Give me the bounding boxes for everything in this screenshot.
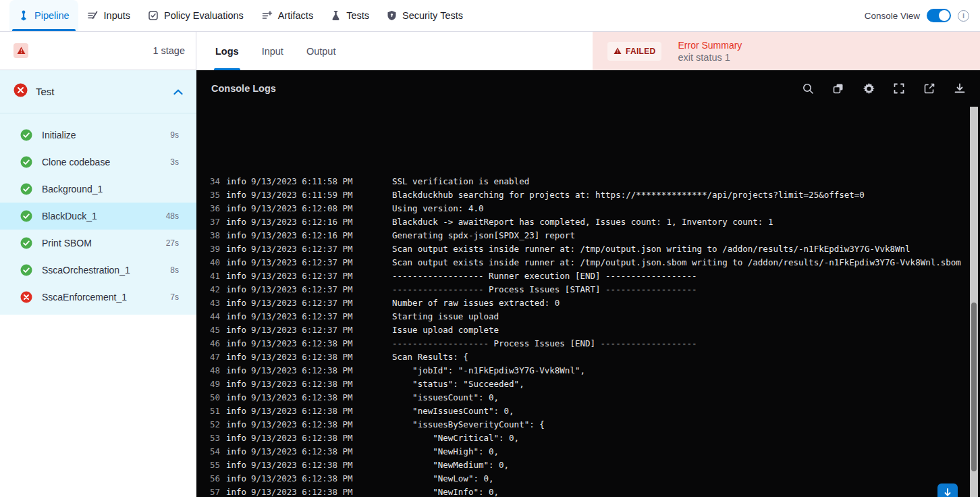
log-lines: 34 info 9/13/2023 6:11:58 PM SSL verific… (196, 177, 970, 497)
log-message: Generating spdx-json[SPDX_23] report (392, 230, 575, 240)
open-in-new-icon[interactable] (923, 82, 936, 95)
chevron-up-icon[interactable] (173, 86, 183, 98)
log-timestamp: 9/13/2023 6:12:38 PM (251, 446, 392, 456)
log-level: info (226, 230, 251, 240)
tab-policy-evaluations[interactable]: Policy Evaluations (139, 0, 252, 31)
scroll-to-bottom-button[interactable] (937, 483, 958, 497)
log-timestamp: 9/13/2023 6:12:38 PM (251, 338, 392, 348)
flask-icon (331, 10, 341, 21)
console-scrollbar-track[interactable] (970, 107, 978, 497)
console-scrollbar-thumb[interactable] (971, 303, 977, 471)
log-level: info (226, 311, 251, 321)
log-line: 39 info 9/13/2023 6:12:37 PM Scan output… (196, 242, 970, 255)
tab-tests[interactable]: Tests (322, 0, 378, 31)
tab-label: Output (306, 46, 336, 57)
log-line-number: 55 (210, 460, 226, 470)
log-line: 35 info 9/13/2023 6:11:59 PM Blackduckhu… (196, 188, 970, 201)
console-toolbar (801, 82, 967, 95)
copy-icon[interactable] (832, 82, 845, 95)
inputs-icon (87, 10, 99, 21)
log-message: Blackduck -> awaitReport has completed, … (392, 217, 773, 227)
log-message: ------------------ Runner execution [END… (392, 271, 697, 281)
log-level: info (226, 325, 251, 335)
log-message: "NewInfo": 0, (392, 487, 499, 497)
log-line: 44 info 9/13/2023 6:12:37 PM Starting is… (196, 309, 970, 323)
log-panel-tabs: Logs Input Output (196, 32, 593, 70)
tab-input[interactable]: Input (262, 32, 283, 70)
tab-artifacts[interactable]: Artifacts (252, 0, 322, 31)
tab-logs[interactable]: Logs (215, 32, 239, 70)
log-timestamp: 9/13/2023 6:12:38 PM (251, 473, 392, 483)
info-icon[interactable]: i (958, 10, 969, 22)
log-level: info (226, 177, 251, 186)
log-level: info (226, 203, 251, 213)
log-message: "issuesCount": 0, (392, 392, 499, 402)
log-line: 53 info 9/13/2023 6:12:38 PM "NewCritica… (196, 431, 970, 444)
fullscreen-icon[interactable] (892, 82, 906, 95)
step-name: Clone codebase (42, 157, 110, 167)
artifacts-icon (261, 10, 273, 21)
log-line: 54 info 9/13/2023 6:12:38 PM "NewHigh": … (196, 444, 970, 458)
pipeline-failed-warning-icon (13, 43, 28, 58)
step-row[interactable]: SscaOrchestration_1 8s (0, 257, 196, 284)
log-line: 38 info 9/13/2023 6:12:16 PM Generating … (196, 228, 970, 242)
log-level: info (226, 298, 251, 308)
log-message: Using version: 4.0 (392, 203, 483, 213)
tab-label: Security Tests (402, 10, 463, 21)
log-line-number: 36 (210, 203, 226, 213)
error-summary-panel: FAILED Error Summary exit status 1 (593, 32, 980, 70)
log-line-number: 51 (210, 406, 226, 416)
step-row[interactable]: SscaEnforcement_1 7s (0, 284, 196, 311)
tab-pipeline[interactable]: Pipeline (9, 0, 78, 31)
log-level: info (226, 433, 251, 443)
log-line: 52 info 9/13/2023 6:12:38 PM "issuesBySe… (196, 417, 970, 431)
top-navigation: Pipeline Inputs Policy Evaluations Artif… (0, 0, 980, 32)
step-duration: 3s (170, 157, 179, 167)
step-row[interactable]: Clone codebase 3s (0, 149, 196, 176)
log-line-number: 38 (210, 230, 226, 240)
log-line: 46 info 9/13/2023 6:12:38 PM -----------… (196, 336, 970, 350)
log-timestamp: 9/13/2023 6:12:37 PM (251, 244, 392, 254)
log-level: info (226, 244, 251, 254)
tab-label: Inputs (104, 10, 131, 21)
log-message: SSL verification is enabled (392, 177, 529, 186)
error-summary-text: Error Summary exit status 1 (678, 40, 742, 63)
log-timestamp: 9/13/2023 6:11:58 PM (251, 177, 392, 186)
stage-section: Test Initialize 9s (0, 70, 196, 315)
console-header: Console Logs (196, 70, 980, 107)
log-level: info (226, 257, 251, 267)
log-timestamp: 9/13/2023 6:12:16 PM (251, 217, 392, 227)
failed-badge: FAILED (607, 42, 661, 61)
step-row[interactable]: Print SBOM 27s (0, 230, 196, 257)
step-name: BlackDuck_1 (42, 211, 97, 221)
log-message: Scan output exists inside runner at: /tm… (392, 244, 910, 254)
log-message: "jobId": "-n1FkEpdiw3Y7G-Vvk8Wnl", (392, 365, 585, 375)
failed-icon (20, 291, 32, 303)
tab-label: Pipeline (34, 10, 70, 21)
shield-icon (387, 10, 397, 21)
log-message: ------------------ Process Issues [START… (392, 284, 697, 294)
tab-security-tests[interactable]: Security Tests (378, 0, 472, 31)
toggle-knob (939, 10, 950, 21)
stage-row-test[interactable]: Test (0, 70, 196, 113)
download-icon[interactable] (953, 82, 967, 95)
step-row[interactable]: Initialize 9s (0, 122, 196, 149)
log-level: info (226, 446, 251, 456)
settings-gear-icon[interactable] (862, 82, 875, 95)
log-line-number: 45 (210, 325, 226, 335)
tab-output[interactable]: Output (306, 32, 336, 70)
log-viewport[interactable]: 34 info 9/13/2023 6:11:58 PM SSL verific… (196, 177, 970, 497)
log-line: 55 info 9/13/2023 6:12:38 PM "NewMedium"… (196, 458, 970, 471)
log-line: 45 info 9/13/2023 6:12:37 PM Issue uploa… (196, 323, 970, 336)
step-row[interactable]: Background_1 (0, 176, 196, 203)
tab-inputs[interactable]: Inputs (78, 0, 140, 31)
search-icon[interactable] (801, 82, 815, 95)
log-line-number: 46 (210, 338, 226, 348)
log-level: info (226, 284, 251, 294)
success-icon (20, 156, 32, 168)
success-icon (20, 183, 32, 195)
console-view-toggle[interactable] (927, 9, 951, 22)
log-timestamp: 9/13/2023 6:12:37 PM (251, 325, 392, 335)
log-timestamp: 9/13/2023 6:12:38 PM (251, 392, 392, 402)
step-row[interactable]: BlackDuck_1 48s (0, 203, 196, 230)
